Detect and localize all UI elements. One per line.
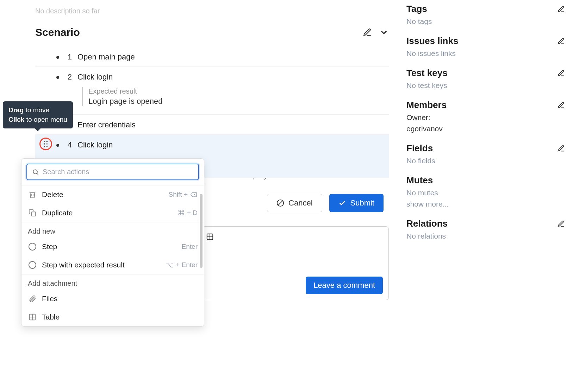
table-icon [28,313,37,321]
step-text: Open main page [77,52,135,62]
search-actions-input[interactable] [43,168,193,176]
delete-label: Delete [42,190,164,199]
submit-button[interactable]: Submit [329,194,384,212]
add-step-label: Step [42,242,177,251]
add-step-expected-action[interactable]: Step with expected result ⌥ + Enter [21,256,204,274]
relations-value: No relations [406,232,565,240]
scenario-title: Scenario [35,26,80,38]
pencil-icon[interactable] [557,5,565,13]
comment-toolbar: ∞ [189,232,383,241]
search-actions-input-wrap[interactable] [26,164,199,180]
search-icon [32,169,39,176]
step-text: Click login [77,72,113,82]
step-text: Enter credentials [77,120,136,129]
add-table-action[interactable]: Table [21,308,204,326]
bullet-icon [56,144,59,147]
svg-point-3 [46,143,48,145]
svg-point-1 [46,141,48,142]
duplicate-action[interactable]: Duplicate ⌘ + D [21,204,204,222]
svg-point-0 [44,141,45,142]
relations-title: Relations [406,218,448,229]
step-number: 2 [65,72,72,82]
keys-value: No test keys [406,81,565,90]
tags-title: Tags [406,4,427,14]
add-attachment-title: Add attachment [21,274,204,290]
svg-line-7 [278,201,283,206]
svg-point-5 [46,146,48,147]
cancel-button[interactable]: Cancel [267,194,322,212]
cancel-label: Cancel [288,198,312,208]
pencil-icon[interactable] [557,69,565,77]
pencil-icon[interactable] [363,28,372,37]
paperclip-icon [28,295,37,303]
step-text: Click login [77,140,113,150]
radio-icon [29,261,36,269]
leave-comment-button[interactable]: Leave a comment [306,277,383,294]
svg-rect-15 [31,212,36,216]
copy-icon [28,209,37,217]
bullet-icon [56,76,59,79]
bullet-icon [56,56,59,59]
description-text: No description so far [35,7,389,26]
radio-icon [29,243,36,251]
pencil-icon[interactable] [557,145,565,152]
add-files-label: Files [42,295,198,303]
popup-scrollbar[interactable] [200,194,203,268]
expected-value: Login page is opened [88,97,389,106]
actions-popup: Delete Shift + Duplicate ⌘ + D Add new S… [21,158,204,327]
owner-label: Owner: [406,113,565,122]
svg-line-12 [37,173,38,175]
pencil-icon[interactable] [557,37,565,45]
drag-tooltip: Drag to move Click to open menu [3,101,73,128]
add-files-action[interactable]: Files [21,290,204,308]
drag-handle-icon[interactable] [39,138,52,150]
fields-value: No fields [406,157,565,165]
svg-point-2 [44,143,45,145]
show-more-link[interactable]: show more... [406,200,565,208]
step-item[interactable]: 3 Enter credentials [35,114,389,134]
expected-label: Expected result [88,87,389,95]
delete-shortcut: Shift + [169,191,198,198]
issues-title: Issues links [406,36,458,46]
step-number: 4 [65,140,72,150]
delete-action[interactable]: Delete Shift + [21,185,204,204]
duplicate-label: Duplicate [42,209,173,217]
owner-value: egorivanov [406,125,565,133]
step-item[interactable]: 2 Click login Expected result Login page… [35,67,389,114]
add-step-er-shortcut: ⌥ + Enter [166,261,198,269]
fields-title: Fields [406,143,433,154]
step-number: 1 [65,52,72,62]
table-icon[interactable] [205,232,214,241]
tags-value: No tags [406,17,565,26]
mutes-title: Mutes [406,175,433,186]
members-title: Members [406,100,447,110]
comment-box[interactable]: ∞ em Leave a comment [183,226,389,300]
trash-icon [28,191,37,198]
add-step-er-label: Step with expected result [42,261,161,269]
submit-label: Submit [350,198,374,208]
duplicate-shortcut: ⌘ + D [178,209,198,217]
step-item[interactable]: 1 Open main page [35,47,389,67]
mutes-value: No mutes [406,189,565,197]
svg-point-4 [44,146,45,147]
svg-point-11 [33,170,37,174]
keys-title: Test keys [406,68,448,78]
pencil-icon[interactable] [557,220,565,228]
pencil-icon[interactable] [557,101,565,109]
add-table-label: Table [42,313,198,321]
issues-value: No issues links [406,49,565,58]
chevron-down-icon[interactable] [379,27,389,37]
add-step-action[interactable]: Step Enter [21,238,204,256]
add-step-shortcut: Enter [182,243,198,251]
add-new-title: Add new [21,222,204,238]
